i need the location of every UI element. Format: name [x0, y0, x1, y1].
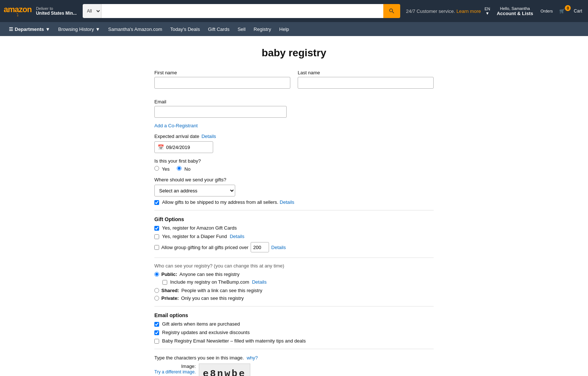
captcha-left-labels: Image: Try a different image. e8nwbe Typ…	[154, 363, 250, 376]
first-name-input[interactable]	[154, 77, 290, 89]
allow-gifts-label[interactable]: Allow gifts to be shipped to my address …	[154, 199, 434, 205]
captcha-why-link[interactable]: why?	[247, 355, 258, 361]
email-options-heading: Email options	[154, 312, 434, 318]
visibility-section: Who can see your registry? (you can chan…	[154, 263, 434, 301]
email-input[interactable]	[154, 106, 287, 118]
first-name-group: First name	[154, 70, 290, 89]
nav-bar: ☰ Departments ▼ Browsing History ▼ Saman…	[0, 22, 588, 36]
gift-cards-nav[interactable]: Gift Cards	[204, 24, 233, 34]
learn-more-link[interactable]: Learn more	[456, 8, 481, 14]
captcha-heading-row: Type the characters you see in this imag…	[154, 355, 434, 361]
cart-nav[interactable]: 🛒 0 Cart	[557, 7, 584, 15]
registry-form: First name Last name Email Add a Co-Regi…	[154, 70, 434, 376]
divider-4	[154, 349, 434, 349]
first-baby-radio-group: Yes No	[154, 166, 434, 172]
last-name-group: Last name	[298, 70, 434, 89]
address-select-wrap: Select an address	[154, 185, 235, 196]
first-baby-section: Is this your first baby? Yes No	[154, 158, 434, 172]
group-gifting-amount-input[interactable]	[251, 242, 269, 252]
group-gifting-details-link[interactable]: Details	[271, 245, 286, 250]
private-option: Private: Only you can see this registry	[154, 295, 434, 301]
first-baby-yes-radio[interactable]	[154, 166, 159, 171]
arrival-date-input[interactable]: 📅	[154, 141, 213, 153]
samanthas-amazon-nav[interactable]: Samantha's Amazon.com	[104, 24, 166, 34]
orders-nav[interactable]: Orders	[538, 7, 556, 15]
search-category-select[interactable]: All	[83, 4, 101, 18]
amazon-logo[interactable]: amazon ⤵	[4, 6, 32, 17]
browsing-history-nav[interactable]: Browsing History ▼	[54, 24, 104, 34]
captcha-section: Type the characters you see in this imag…	[154, 355, 434, 376]
group-gifting-row: Allow group gifting for all gifts priced…	[154, 242, 434, 252]
first-baby-no-label[interactable]: No	[177, 166, 190, 172]
include-bump-row: Include my registry on TheBump.com Detai…	[162, 279, 434, 285]
registry-updates-label[interactable]: Registry updates and exclusive discounts	[154, 330, 434, 335]
first-baby-yes-label[interactable]: Yes	[154, 166, 171, 172]
group-gifting-checkbox[interactable]	[154, 245, 159, 250]
shared-option: Shared: People with a link can see this …	[154, 288, 434, 293]
departments-button[interactable]: ☰ Departments ▼	[5, 24, 54, 34]
first-name-label: First name	[154, 70, 290, 75]
public-radio[interactable]	[154, 272, 159, 277]
first-baby-no-radio[interactable]	[177, 166, 182, 171]
sell-nav[interactable]: Sell	[234, 24, 249, 34]
diaper-fund-label[interactable]: Yes, register for a Diaper Fund Details	[154, 234, 434, 239]
calendar-icon: 📅	[158, 144, 164, 150]
diaper-fund-checkbox[interactable]	[154, 234, 159, 239]
allow-gifts-checkbox[interactable]	[154, 200, 159, 205]
include-bump-details-link[interactable]: Details	[252, 279, 267, 285]
gift-alerts-checkbox[interactable]	[154, 322, 159, 327]
main-content: baby registry First name Last name Email…	[147, 36, 441, 376]
visibility-radio-group: Public: Anyone can see this registry Inc…	[154, 272, 434, 301]
gift-alerts-label[interactable]: Gift alerts when items are purchased	[154, 321, 434, 327]
captcha-image: e8nwbe	[199, 363, 250, 376]
gift-card-label[interactable]: Yes, register for Amazon Gift Cards	[154, 225, 434, 231]
allow-gifts-row: Allow gifts to be shipped to my address …	[154, 199, 434, 205]
email-options-section: Email options Gift alerts when items are…	[154, 312, 434, 344]
last-name-input[interactable]	[298, 77, 434, 89]
top-bar: amazon ⤵ Deliver to United States Min...…	[0, 0, 588, 22]
page-title: baby registry	[154, 47, 434, 59]
arrival-date-field[interactable]	[166, 145, 207, 150]
allow-gifts-details-link[interactable]: Details	[280, 199, 294, 205]
arrival-date-section: Expected arrival date Details 📅	[154, 134, 434, 153]
co-registrant-row: Add a Co-Registrant	[154, 123, 434, 128]
divider-3	[154, 306, 434, 306]
help-nav[interactable]: Help	[276, 24, 293, 34]
deliver-to[interactable]: Deliver to United States Min...	[36, 6, 77, 16]
gift-options-section: Gift Options Yes, register for Amazon Gi…	[154, 216, 434, 252]
name-row: First name Last name	[154, 70, 434, 94]
top-right-nav: 24/7 Customer service. Learn more EN ▼ H…	[406, 5, 584, 18]
private-radio[interactable]	[154, 296, 159, 301]
send-gifts-section: Where should we send your gifts? Select …	[154, 177, 434, 205]
search-bar: All	[83, 4, 400, 18]
gift-card-checkbox[interactable]	[154, 226, 159, 231]
newsletter-label[interactable]: Baby Registry Email Newsletter – filled …	[154, 338, 434, 344]
language-selector[interactable]: EN ▼	[482, 5, 492, 17]
arrival-details-link[interactable]: Details	[201, 134, 216, 139]
diaper-fund-details-link[interactable]: Details	[230, 234, 244, 239]
newsletter-checkbox[interactable]	[154, 339, 159, 344]
registry-nav[interactable]: Registry	[250, 24, 275, 34]
add-co-registrant-link[interactable]: Add a Co-Registrant	[154, 123, 198, 128]
address-select[interactable]: Select an address	[154, 185, 235, 196]
registry-updates-checkbox[interactable]	[154, 330, 159, 335]
search-button[interactable]	[383, 4, 400, 18]
cart-badge: 0	[565, 5, 571, 11]
account-lists-nav[interactable]: Hello, Samantha Account & Lists	[494, 5, 536, 18]
public-option: Public: Anyone can see this registry	[154, 272, 434, 277]
try-different-image-link[interactable]: Try a different image.	[154, 369, 196, 375]
email-label: Email	[154, 99, 434, 104]
todays-deals-nav[interactable]: Today's Deals	[166, 24, 204, 34]
email-group: Email	[154, 99, 434, 118]
divider-2	[154, 258, 434, 258]
captcha-content: Image: Try a different image. e8nwbe Typ…	[154, 363, 434, 376]
gift-options-heading: Gift Options	[154, 216, 434, 222]
last-name-label: Last name	[298, 70, 434, 75]
search-icon	[388, 8, 395, 14]
divider-1	[154, 210, 434, 210]
include-bump-checkbox[interactable]	[162, 280, 167, 285]
search-input[interactable]	[101, 4, 383, 18]
shared-radio[interactable]	[154, 288, 159, 293]
